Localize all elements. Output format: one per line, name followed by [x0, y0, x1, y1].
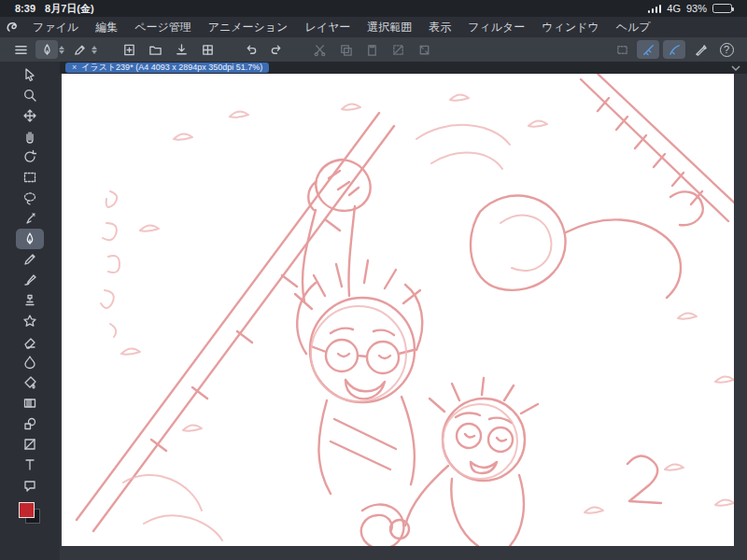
tool-move[interactable]	[16, 105, 44, 126]
export-icon[interactable]	[170, 40, 192, 59]
battery-icon	[712, 4, 732, 13]
tool-palette	[0, 62, 60, 560]
network-type: 4G	[667, 3, 681, 14]
snap-to-ruler-icon[interactable]	[637, 40, 659, 59]
tool-lasso[interactable]	[16, 188, 44, 208]
tool-slot-secondary[interactable]	[68, 40, 97, 59]
tool-gradient[interactable]	[16, 393, 44, 413]
color-swatches[interactable]	[18, 501, 42, 525]
document-title: イラスト239* (A4 4093 x 2894px 350dpi 51.7%)	[81, 63, 262, 73]
tool-eyedropper[interactable]	[16, 208, 44, 229]
canvas-area	[60, 74, 747, 560]
tab-close-icon[interactable]: ×	[72, 63, 77, 73]
command-toolbar: ?	[0, 37, 747, 62]
transform-icon[interactable]	[413, 40, 435, 59]
document-canvas[interactable]	[62, 74, 734, 546]
menu-item-animation[interactable]: アニメーション	[200, 20, 297, 35]
paste-icon[interactable]	[360, 40, 383, 59]
tool-slot-current[interactable]	[35, 40, 64, 59]
tool-selection[interactable]	[16, 167, 44, 188]
open-file-icon[interactable]	[144, 40, 166, 59]
menu-item-window[interactable]: ウィンドウ	[533, 20, 607, 35]
app-logo-icon[interactable]	[0, 20, 24, 35]
tool-hand[interactable]	[16, 126, 44, 147]
tool-brush[interactable]	[16, 270, 44, 290]
redo-icon[interactable]	[265, 40, 288, 59]
tool-stepper-2-icon[interactable]	[92, 46, 97, 54]
select-area-icon[interactable]	[611, 40, 633, 59]
tool-stepper-icon[interactable]	[59, 46, 64, 54]
battery-percent: 93%	[686, 3, 707, 14]
secondary-tool-marker-icon[interactable]	[68, 40, 91, 59]
current-tool-pen-icon[interactable]	[35, 40, 58, 59]
document-tab[interactable]: × イラスト239* (A4 4093 x 2894px 350dpi 51.7…	[65, 63, 269, 73]
color-window-icon[interactable]	[196, 40, 218, 59]
tool-eraser[interactable]	[16, 331, 44, 352]
tool-text[interactable]	[16, 455, 44, 475]
tool-operation[interactable]	[16, 64, 44, 85]
tool-frame-border[interactable]	[16, 434, 44, 455]
menu-item-edit[interactable]: 編集	[87, 20, 126, 35]
tool-pencil[interactable]	[16, 249, 44, 270]
tool-airbrush[interactable]	[16, 290, 44, 311]
tool-balloon[interactable]	[16, 475, 44, 496]
tool-zoom[interactable]	[16, 85, 44, 105]
menu-toggle-icon[interactable]	[9, 40, 32, 59]
clip-studio-window: 8:39 8月7日(金) 4G 93% ファイル 編集 ページ管理 アニメーショ…	[0, 0, 747, 560]
menu-item-help[interactable]: ヘルプ	[608, 20, 659, 35]
status-bar: 8:39 8月7日(金) 4G 93%	[0, 0, 747, 17]
tool-fill[interactable]	[16, 372, 44, 393]
menu-item-filter[interactable]: フィルター	[459, 20, 533, 35]
tool-pen[interactable]	[16, 229, 44, 249]
signal-bars-icon	[648, 5, 662, 13]
tool-rotate[interactable]	[16, 147, 44, 167]
snap-to-special-ruler-icon[interactable]	[663, 40, 685, 59]
deselect-icon[interactable]	[387, 40, 409, 59]
cut-icon[interactable]	[308, 40, 331, 59]
menu-bar: ファイル 編集 ページ管理 アニメーション レイヤー 選択範囲 表示 フィルター…	[0, 17, 747, 37]
canvas-sketch	[62, 74, 734, 546]
ruler-pen-icon[interactable]	[689, 40, 712, 59]
undo-icon[interactable]	[239, 40, 261, 59]
tool-blend[interactable]	[16, 352, 44, 372]
document-tab-bar: × イラスト239* (A4 4093 x 2894px 350dpi 51.7…	[60, 62, 747, 74]
menu-item-file[interactable]: ファイル	[24, 20, 87, 35]
menu-item-page-management[interactable]: ページ管理	[126, 20, 200, 35]
help-icon[interactable]: ?	[715, 40, 738, 59]
new-canvas-icon[interactable]	[118, 40, 140, 59]
status-date: 8月7日(金)	[45, 2, 94, 16]
menu-item-layer[interactable]: レイヤー	[296, 20, 359, 35]
main-color-swatch[interactable]	[19, 502, 35, 518]
status-time: 8:39	[15, 3, 35, 14]
menu-item-view[interactable]: 表示	[420, 20, 459, 35]
menu-item-selection[interactable]: 選択範囲	[359, 20, 420, 35]
tool-figure[interactable]	[16, 413, 44, 434]
tool-decoration[interactable]	[16, 311, 44, 331]
copy-icon[interactable]	[334, 40, 357, 59]
